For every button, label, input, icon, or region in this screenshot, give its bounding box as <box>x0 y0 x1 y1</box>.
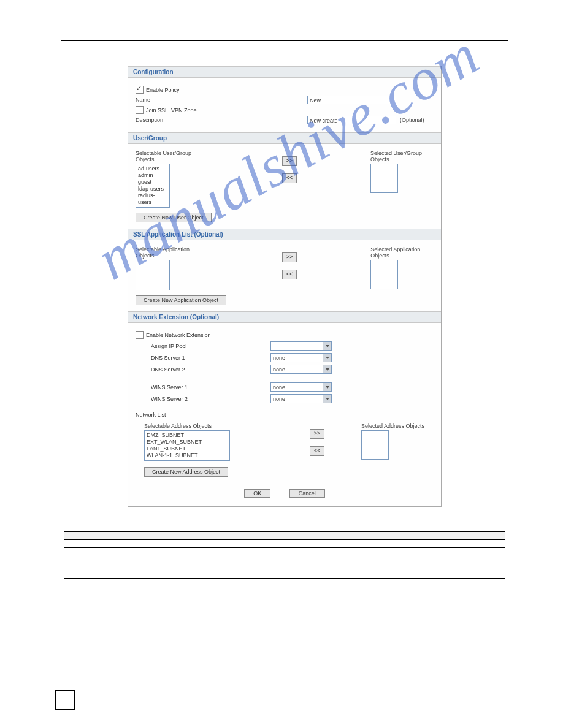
selected-app-column: Selected Application Objects <box>370 246 434 289</box>
dns-server-2-label: DNS Server 2 <box>136 366 270 373</box>
list-item[interactable]: radius-users <box>138 192 167 206</box>
footer-rule <box>77 700 508 700</box>
list-item[interactable]: admin <box>138 172 167 179</box>
table-row <box>64 620 505 650</box>
description-table <box>64 531 505 650</box>
create-new-user-object-button[interactable]: Create New User Object <box>136 213 212 222</box>
dns-server-2-select[interactable]: none <box>270 365 332 374</box>
selected-user-group-listbox[interactable] <box>370 164 398 193</box>
shuttle-buttons-user-group: >> << <box>282 150 297 189</box>
header-rule <box>61 40 508 41</box>
section-body-ssl-app: Selectable Application Objects >> << Sel… <box>128 240 441 311</box>
description-label: Description <box>136 117 307 123</box>
list-item[interactable]: DMZ_SUBNET <box>147 432 228 439</box>
table-header-label <box>64 532 137 540</box>
wins-server-2-label: WINS Server 2 <box>136 396 270 402</box>
page-container: manualshive.com Configuration Enable Pol… <box>0 0 563 728</box>
table-cell-desc <box>137 548 505 579</box>
page-number-box <box>55 690 75 710</box>
list-item[interactable]: ldap-users <box>138 186 167 192</box>
ok-button[interactable]: OK <box>244 489 270 498</box>
table-row <box>64 540 505 548</box>
list-item[interactable]: ad-users <box>138 165 167 172</box>
wins-server-1-label: WINS Server 1 <box>136 384 270 390</box>
description-input[interactable]: New create <box>307 116 396 124</box>
list-item[interactable]: guest <box>138 179 167 186</box>
move-right-button[interactable]: >> <box>282 156 297 166</box>
table-header-description <box>137 532 505 540</box>
chevron-down-icon <box>323 354 331 362</box>
selectable-user-group-label: Selectable User/Group Objects <box>136 150 202 162</box>
selected-address-label: Selected Address Objects <box>361 423 424 429</box>
selectable-app-column: Selectable Application Objects <box>136 246 202 290</box>
shuttle-buttons-app: >> << <box>282 246 297 286</box>
name-input[interactable]: New <box>307 96 396 104</box>
dns-server-1-select[interactable]: none <box>270 353 332 362</box>
table-row <box>64 579 505 620</box>
selectable-app-listbox[interactable] <box>136 260 170 290</box>
table-cell-label <box>64 540 137 548</box>
selected-user-group-column: Selected User/Group Objects <box>370 150 434 193</box>
section-header-network-ext: Network Extension (Optional) <box>128 311 441 323</box>
move-left-button[interactable]: << <box>282 173 297 183</box>
enable-network-extension-label: Enable Network Extension <box>146 332 211 338</box>
move-right-button[interactable]: >> <box>282 252 297 262</box>
selected-address-listbox[interactable] <box>361 430 389 460</box>
table-cell-label <box>64 579 137 620</box>
dns-server-1-label: DNS Server 1 <box>136 355 270 361</box>
list-item[interactable]: WLAN-1-1_SUBNET <box>147 452 228 459</box>
name-label: Name <box>136 97 307 103</box>
shuttle-buttons-address: >> << <box>310 423 324 462</box>
move-left-button[interactable]: << <box>310 446 324 456</box>
selectable-app-label: Selectable Application Objects <box>136 246 202 259</box>
table-cell-label <box>64 620 137 650</box>
selectable-address-label: Selectable Address Objects <box>144 423 230 429</box>
chevron-down-icon <box>323 342 331 350</box>
enable-policy-label: Enable Policy <box>146 87 180 93</box>
selectable-address-column: Selectable Address Objects DMZ_SUBNET EX… <box>144 423 230 461</box>
wins-server-2-select[interactable]: none <box>270 394 332 403</box>
selected-user-group-label: Selected User/Group Objects <box>370 150 434 162</box>
table-row <box>64 548 505 579</box>
section-body-network-ext: Enable Network Extension Assign IP Pool … <box>128 323 441 483</box>
section-header-user-group: User/Group <box>128 132 441 144</box>
wins-server-1-select[interactable]: none <box>270 382 332 392</box>
join-ssl-vpn-zone-label: Join SSL_VPN Zone <box>146 107 197 113</box>
selected-app-listbox[interactable] <box>370 260 398 289</box>
join-ssl-vpn-zone-checkbox[interactable] <box>136 106 144 114</box>
table-cell-desc <box>137 620 505 650</box>
chevron-down-icon <box>323 383 331 391</box>
description-optional-text: (Optional) <box>400 117 424 123</box>
chevron-down-icon <box>323 365 331 373</box>
section-header-ssl-app: SSL Application List (Optional) <box>128 229 441 240</box>
table-cell-desc <box>137 579 505 620</box>
create-new-address-object-button[interactable]: Create New Address Object <box>144 467 228 477</box>
enable-policy-checkbox[interactable] <box>136 86 144 94</box>
move-left-button[interactable]: << <box>282 270 297 279</box>
section-body-configuration: Enable Policy Name New Join SSL_VPN Zone… <box>128 78 441 132</box>
table-cell-label <box>64 548 137 579</box>
dialog-footer: OK Cancel <box>128 483 441 506</box>
table-cell-desc <box>137 540 505 548</box>
list-item[interactable]: EXT_WLAN_SUBNET <box>147 439 228 446</box>
assign-ip-pool-select[interactable] <box>270 341 332 351</box>
config-dialog: Configuration Enable Policy Name New Joi… <box>128 66 442 507</box>
cancel-button[interactable]: Cancel <box>289 489 325 498</box>
section-header-configuration: Configuration <box>128 66 441 78</box>
move-right-button[interactable]: >> <box>310 429 324 439</box>
section-body-user-group: Selectable User/Group Objects ad-users a… <box>128 144 441 229</box>
selected-app-label: Selected Application Objects <box>370 246 434 259</box>
network-list-label: Network List <box>136 412 434 418</box>
chevron-down-icon <box>323 395 331 403</box>
selectable-user-group-column: Selectable User/Group Objects ad-users a… <box>136 150 202 208</box>
assign-ip-pool-label: Assign IP Pool <box>136 343 270 349</box>
selected-address-column: Selected Address Objects <box>361 423 424 460</box>
list-item[interactable]: LAN1_SUBNET <box>147 446 228 452</box>
enable-network-extension-checkbox[interactable] <box>136 331 144 339</box>
create-new-application-object-button[interactable]: Create New Application Object <box>136 295 226 305</box>
selectable-user-group-listbox[interactable]: ad-users admin guest ldap-users radius-u… <box>136 164 170 208</box>
selectable-address-listbox[interactable]: DMZ_SUBNET EXT_WLAN_SUBNET LAN1_SUBNET W… <box>144 430 230 461</box>
